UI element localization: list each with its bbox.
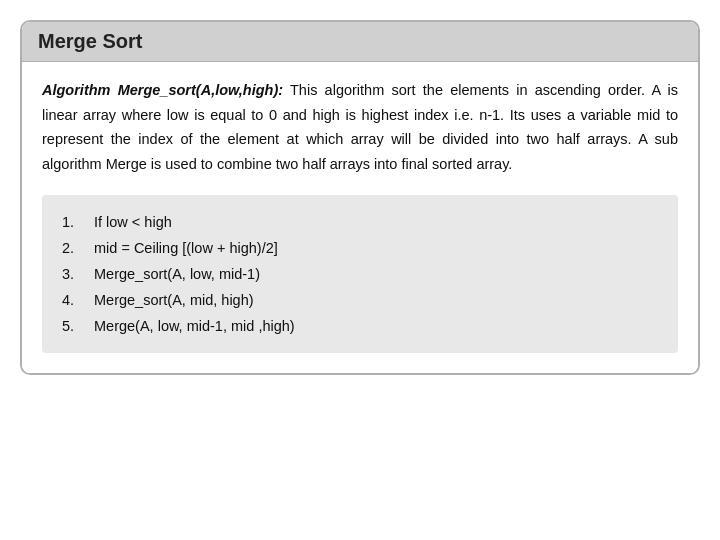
step-content-2: mid = Ceiling [(low + high)/2] (94, 240, 658, 256)
step-number-5: 5. (62, 318, 94, 334)
step-number-1: 1. (62, 214, 94, 230)
algorithm-signature: Algorithm Merge_sort(A,low,high): (42, 82, 283, 98)
step-content-3: Merge_sort(A, low, mid-1) (94, 266, 658, 282)
step-content-5: Merge(A, low, mid-1, mid ,high) (94, 318, 658, 334)
step-content-4: Merge_sort(A, mid, high) (94, 292, 658, 308)
algo-step-3: 3. Merge_sort(A, low, mid-1) (62, 261, 658, 287)
algorithm-box: 1. If low < high 2. mid = Ceiling [(low … (42, 195, 678, 353)
main-container: Merge Sort Algorithm Merge_sort(A,low,hi… (20, 20, 700, 375)
page-title: Merge Sort (38, 30, 142, 52)
title-bar: Merge Sort (22, 22, 698, 62)
step-number-4: 4. (62, 292, 94, 308)
algo-step-2: 2. mid = Ceiling [(low + high)/2] (62, 235, 658, 261)
step-number-2: 2. (62, 240, 94, 256)
algo-step-4: 4. Merge_sort(A, mid, high) (62, 287, 658, 313)
algo-step-1: 1. If low < high (62, 209, 658, 235)
description-paragraph: Algorithm Merge_sort(A,low,high): This a… (42, 78, 678, 177)
step-content-1: If low < high (94, 214, 658, 230)
content-area: Algorithm Merge_sort(A,low,high): This a… (22, 62, 698, 373)
step-number-3: 3. (62, 266, 94, 282)
algo-step-5: 5. Merge(A, low, mid-1, mid ,high) (62, 313, 658, 339)
